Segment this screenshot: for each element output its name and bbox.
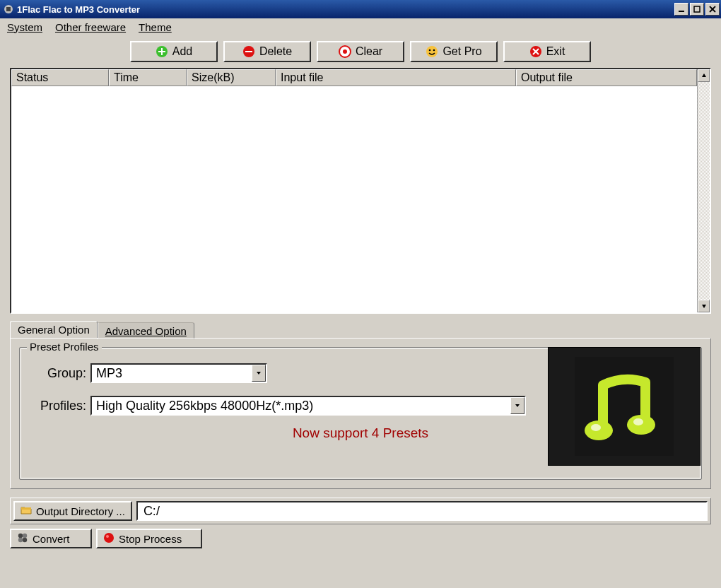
svg-marker-21 xyxy=(257,372,261,375)
delete-button[interactable]: Delete xyxy=(223,41,311,62)
svg-rect-23 xyxy=(575,357,674,456)
output-path-input[interactable]: C:/ xyxy=(136,501,708,521)
stop-process-button[interactable]: Stop Process xyxy=(96,529,202,548)
group-combo[interactable]: MP3 xyxy=(90,363,267,383)
output-directory-label: Output Directory ... xyxy=(36,505,125,517)
folder-icon xyxy=(20,505,32,517)
title-bar: 1Flac Flac to MP3 Converter xyxy=(0,0,721,18)
app-icon xyxy=(3,4,14,15)
preset-profiles-legend: Preset Profiles xyxy=(27,341,102,353)
menu-other-freeware[interactable]: Other freeware xyxy=(52,20,129,35)
col-size[interactable]: Size(kB) xyxy=(187,69,276,86)
table-header: Status Time Size(kB) Input file Output f… xyxy=(11,69,697,86)
add-button[interactable]: Add xyxy=(130,41,218,62)
output-row: Output Directory ... C:/ xyxy=(10,498,711,524)
delete-icon xyxy=(242,45,255,58)
chevron-down-icon[interactable] xyxy=(252,365,266,382)
col-output[interactable]: Output file xyxy=(516,69,697,86)
exit-button[interactable]: Exit xyxy=(503,41,591,62)
menu-bar: System Other freeware Theme xyxy=(0,18,721,35)
svg-rect-3 xyxy=(694,6,700,12)
svg-point-29 xyxy=(18,533,23,537)
scroll-down-button[interactable] xyxy=(698,300,710,312)
col-input[interactable]: Input file xyxy=(276,69,516,86)
tab-pane-general: Preset Profiles Group: MP3 Profiles: Hig… xyxy=(10,338,711,489)
exit-label: Exit xyxy=(546,45,565,58)
profiles-value: High Quality 256kbps 48000Hz(*.mp3) xyxy=(92,397,510,414)
getpro-label: Get Pro xyxy=(442,45,481,58)
svg-marker-20 xyxy=(702,305,706,308)
toolbar: Add Delete Clear Get Pro Exit xyxy=(0,35,721,68)
delete-label: Delete xyxy=(259,45,292,58)
svg-point-15 xyxy=(433,49,435,52)
svg-point-14 xyxy=(429,49,431,52)
svg-point-26 xyxy=(591,424,601,431)
exit-icon xyxy=(529,45,542,58)
svg-rect-8 xyxy=(158,51,165,52)
maximize-button[interactable] xyxy=(690,3,704,16)
getpro-button[interactable]: Get Pro xyxy=(410,41,498,62)
svg-point-31 xyxy=(23,533,27,537)
menu-theme[interactable]: Theme xyxy=(136,20,175,35)
svg-rect-1 xyxy=(6,7,11,11)
add-label: Add xyxy=(172,45,192,58)
tabs: General Option Advanced Option xyxy=(10,321,711,338)
table-body[interactable] xyxy=(11,86,697,312)
svg-point-33 xyxy=(104,533,114,543)
file-list: Status Time Size(kB) Input file Output f… xyxy=(10,68,711,314)
output-path-value: C:/ xyxy=(143,504,160,519)
brand-logo xyxy=(548,347,701,466)
clear-icon xyxy=(339,45,351,58)
col-time[interactable]: Time xyxy=(109,69,187,86)
stop-label: Stop Process xyxy=(119,533,182,545)
menu-system[interactable]: System xyxy=(4,20,45,35)
window-controls xyxy=(673,3,721,16)
svg-rect-28 xyxy=(21,507,31,510)
convert-button[interactable]: Convert xyxy=(10,529,92,548)
options-area: General Option Advanced Option Preset Pr… xyxy=(10,321,711,489)
svg-point-32 xyxy=(18,537,23,541)
action-row: Convert Stop Process xyxy=(10,529,711,548)
convert-label: Convert xyxy=(33,533,70,545)
svg-point-12 xyxy=(343,49,347,54)
stop-icon xyxy=(103,532,115,546)
add-icon xyxy=(156,45,168,58)
svg-point-30 xyxy=(23,537,27,541)
svg-point-27 xyxy=(633,418,643,425)
svg-marker-19 xyxy=(702,74,706,77)
convert-icon xyxy=(17,532,28,546)
svg-marker-22 xyxy=(515,404,520,407)
minimize-button[interactable] xyxy=(674,3,688,16)
chevron-down-icon[interactable] xyxy=(510,397,524,414)
output-directory-button[interactable]: Output Directory ... xyxy=(13,501,132,521)
group-value: MP3 xyxy=(92,365,252,382)
window-title: 1Flac Flac to MP3 Converter xyxy=(17,4,140,15)
clear-button[interactable]: Clear xyxy=(317,41,404,62)
svg-rect-2 xyxy=(679,11,684,12)
group-label: Group: xyxy=(30,366,86,381)
svg-rect-10 xyxy=(245,51,252,52)
scroll-up-button[interactable] xyxy=(698,69,710,82)
profiles-label: Profiles: xyxy=(30,399,86,413)
tab-general[interactable]: General Option xyxy=(10,321,98,338)
profiles-combo[interactable]: High Quality 256kbps 48000Hz(*.mp3) xyxy=(90,396,526,416)
svg-point-34 xyxy=(106,535,109,538)
svg-point-13 xyxy=(426,46,438,57)
col-status[interactable]: Status xyxy=(11,69,109,86)
clear-label: Clear xyxy=(356,45,382,58)
vertical-scrollbar[interactable] xyxy=(697,69,710,312)
tab-advanced[interactable]: Advanced Option xyxy=(98,322,194,339)
scroll-track[interactable] xyxy=(698,82,710,300)
getpro-icon xyxy=(426,45,438,58)
close-button[interactable] xyxy=(705,3,720,16)
